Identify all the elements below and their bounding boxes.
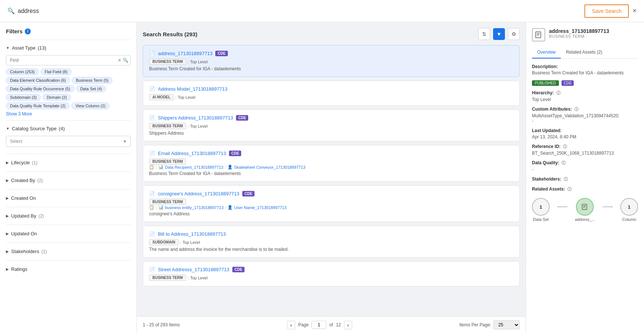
results-count: (293) [184,31,197,37]
asset-type-tag[interactable]: Data Quality Rule Template (2) [6,102,70,109]
result-name-link[interactable]: Address Model_1713018897713 [158,86,227,92]
asset-type-tag[interactable]: Subdomain (3) [6,94,41,101]
find-input[interactable] [6,55,131,65]
close-button[interactable]: × [633,7,637,15]
filter-ratings-header[interactable]: ▶ Ratings [6,264,131,274]
search-icon[interactable]: 🔍 [123,58,128,63]
catalog-select[interactable]: Select [6,136,131,147]
chevron-right-icon: ▶ [6,161,9,165]
hierarchy-info-icon: ⓘ [556,91,560,95]
filter-catalog-header[interactable]: ▼ Catalog Source Type (4) [6,124,131,133]
parent2-link[interactable]: User Name_1713018897713 [234,205,286,210]
type-badge: SUBDOMAIN [149,239,179,245]
filter-catalog-label: Catalog Source Type [12,126,57,131]
asset-type-tag[interactable]: Flat Field (8) [41,68,72,75]
result-type-meta: AI MODEL |Top Level [149,94,513,100]
filter-stakeholders-label: Stakeholders [11,249,39,254]
filter-lifecycle-count: (1) [32,160,38,165]
result-card[interactable]: 📄 Bill to Address_1713018897713 SUBDOMAI… [143,226,520,258]
result-card[interactable]: 📄 address_1713018897713 CDE BUSINESS TER… [143,45,520,77]
filter-active-button[interactable]: ▼ [493,28,505,40]
filter-created-by-label: Created By [11,178,35,183]
detail-description-value: Business Term Created for IGA - dataelem… [532,70,638,75]
asset-type-tag[interactable]: Data Set (4) [76,85,106,92]
filter-updated-by-header[interactable]: ▶ Updated By (2) [6,211,131,221]
result-type-meta: BUSINESS TERM |Top Level [149,58,513,65]
clear-icon[interactable]: ✕ [118,58,121,63]
asset-type-tag[interactable]: Business Term (5) [72,77,112,84]
chevron-right-icon: ▶ [6,196,9,200]
detail-reference-id-value: BT_Search_250K_1068_1713018897713 [532,151,638,156]
prev-page-button[interactable]: ‹ [287,321,295,329]
asset-type-tag[interactable]: View Column (2) [71,102,109,109]
asset-type-tag[interactable]: Domain (2) [43,94,71,101]
graph-area: 1 Data Set address_... 1 Column [532,198,638,222]
show-more-link[interactable]: Show 3 More [6,111,131,117]
sort-button[interactable]: ⇅ [478,28,490,40]
result-name-link[interactable]: Shippers Address_1713018897713 [158,115,233,121]
pagination-range: 1 - 25 of 293 Items [143,322,180,327]
result-meta: 📋 | 📊business entity_1713018897713 /👤Use… [149,205,513,210]
result-card[interactable]: 📄 Street Addresss_1713018897713 CDE BUSI… [143,261,520,286]
detail-custom-attr-field: Custom Attributes: ⓘ MultiAssetType_Vali… [532,107,638,124]
parent1-link[interactable]: Data Recipient_1713018897713 [165,165,223,169]
tab-related-assets[interactable]: Related Assets (2) [561,47,607,58]
result-card-header: 📄 Address Model_1713018897713 [149,86,513,92]
result-name-link[interactable]: consignee's Address_1713018897713 [158,191,239,196]
result-name-link[interactable]: address_1713018897713 [158,51,212,56]
next-page-button[interactable]: › [344,321,352,329]
result-card-header: 📄 Street Addresss_1713018897713 CDE [149,267,513,272]
result-card[interactable]: 📄 Email Address_1713018897713 CDE BUSINE… [143,145,520,182]
parent1-link[interactable]: business entity_1713018897713 [165,205,223,210]
cde-badge: CDE [229,151,241,156]
result-card[interactable]: 📄 Address Model_1713018897713 AI MODEL |… [143,81,520,106]
result-name-link[interactable]: Email Address_1713018897713 [158,151,226,156]
asset-type-tag[interactable]: Data Element Classification (6) [6,77,70,84]
per-page-select[interactable]: 25 50 100 [493,320,520,329]
detail-custom-attr-name: MultiAssetType_Validation_1713094744520: [532,113,638,118]
asset-type-tag[interactable]: Column (253) [6,68,39,75]
settings-button[interactable]: ⚙ [508,28,520,40]
filter-lifecycle-header[interactable]: ▶ Lifecycle (1) [6,158,131,168]
parent2-link[interactable]: Skatewheel Conveyor_1713018897713 [234,165,306,169]
detail-status-field: PUBLISHED CDE [532,80,638,86]
chevron-right-icon: ▶ [6,178,9,182]
type-badge: BUSINESS TERM [149,199,186,205]
pagination-bar: 1 - 25 of 293 Items ‹ Page of 12 › Items… [137,316,526,333]
graph-column-label: Column [622,217,636,222]
detail-data-quality-field: Data Quality: ⓘ - [532,160,638,172]
search-icon: 🔍 [7,7,15,14]
graph-center-circle [576,198,594,216]
filter-asset-type-section: ▼ Asset Type (13) ✕ 🔍 Column (253)Flat F… [6,40,131,120]
data-quality-info-icon: ⓘ [562,161,566,165]
asset-type-icon: 📄 [149,86,155,92]
result-name-link[interactable]: Street Addresss_1713018897713 [158,267,229,272]
result-description: Business Term Created for IGA - dataelem… [149,171,513,176]
filter-lifecycle-label: Lifecycle [11,160,30,165]
asset-type-tag[interactable]: Data Quality Rule Occurrence (5) [6,85,74,92]
results-scroll: Search Results (293) ⇅ ▼ ⚙ 📄 address_171… [137,22,526,316]
tab-overview[interactable]: Overview [532,47,561,58]
save-search-button[interactable]: Save Search [584,4,629,18]
filter-created-on-header[interactable]: ▶ Created On [6,193,131,203]
filter-updated-on-section: ▶ Updated On [6,225,131,242]
type-badge: BUSINESS TERM [149,275,186,281]
detail-title-wrap: address_1713018897713 BUSINESS TERM [549,28,609,38]
filter-created-by-count: (2) [37,178,43,183]
graph-node-column[interactable]: 1 Column [620,198,638,222]
results-container: Search Results (293) ⇅ ▼ ⚙ 📄 address_171… [137,22,526,333]
filters-title: Filters [6,28,23,34]
filter-updated-on-header[interactable]: ▶ Updated On [6,229,131,239]
result-card[interactable]: 📄 Shippers Address_1713018897713 CDE BUS… [143,110,520,141]
graph-node-center[interactable]: address_... [575,198,595,222]
filter-created-by-header[interactable]: ▶ Created By (2) [6,175,131,185]
result-name-link[interactable]: Bill to Address_1713018897713 [158,231,226,237]
chevron-right-icon: ▶ [6,232,9,236]
filter-asset-type-header[interactable]: ▼ Asset Type (13) [6,44,131,52]
result-card[interactable]: 📄 consignee's Address_1713018897713 CDE … [143,185,520,222]
page-input[interactable] [311,321,326,329]
status-published-badge: PUBLISHED [532,80,559,86]
filter-stakeholders-header[interactable]: ▶ Stakeholders (1) [6,246,131,256]
filters-info-badge[interactable]: i [25,28,31,34]
graph-node-dataset[interactable]: 1 Data Set [532,198,550,222]
